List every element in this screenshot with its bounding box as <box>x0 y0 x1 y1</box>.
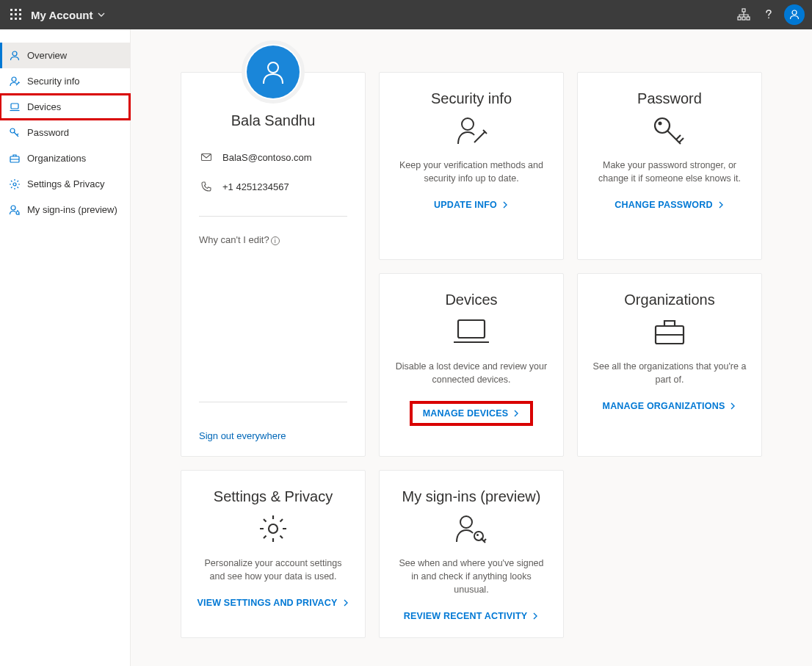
card-title: Password <box>637 90 702 107</box>
help-icon <box>762 8 775 21</box>
card-desc: Make your password stronger, or change i… <box>592 159 747 185</box>
svg-point-14 <box>12 51 17 56</box>
briefcase-icon <box>8 152 21 165</box>
card-title: Devices <box>445 292 497 308</box>
svg-point-13 <box>792 10 797 15</box>
chevron-right-icon <box>729 402 736 410</box>
svg-point-30 <box>460 516 472 528</box>
sidebar-item-label: Settings & Privacy <box>27 178 105 189</box>
svg-point-32 <box>476 534 479 536</box>
why-cant-i-edit-link[interactable]: Why can't I edit?i <box>199 234 347 245</box>
svg-point-21 <box>16 211 19 214</box>
svg-rect-2 <box>19 9 21 11</box>
svg-rect-3 <box>10 13 12 15</box>
sidebar-item-organizations[interactable]: Organizations <box>0 145 130 171</box>
organizations-card: Organizations See all the organizations … <box>577 273 762 457</box>
chevron-right-icon <box>501 201 509 209</box>
help-button[interactable] <box>756 2 781 27</box>
svg-point-24 <box>462 118 474 130</box>
gear-icon <box>8 178 21 191</box>
chevron-right-icon <box>512 410 520 417</box>
profile-email: BalaS@contoso.com <box>222 152 312 163</box>
card-title: Settings & Privacy <box>214 488 333 505</box>
sitemap-icon <box>737 8 750 21</box>
topbar-title-dropdown[interactable]: My Account <box>31 9 106 21</box>
chevron-down-icon <box>97 10 106 19</box>
laptop-icon <box>8 101 21 114</box>
svg-rect-1 <box>15 9 17 11</box>
signins-icon <box>8 203 21 217</box>
sidebar-item-label: Security info <box>27 76 80 87</box>
person-icon <box>258 57 288 87</box>
topbar: My Account <box>0 0 812 29</box>
svg-rect-9 <box>742 9 745 12</box>
key-icon <box>8 126 21 140</box>
svg-rect-0 <box>10 9 12 11</box>
sitemap-button[interactable] <box>731 2 756 27</box>
profile-phone-row: +1 4251234567 <box>199 181 347 192</box>
svg-rect-16 <box>11 104 18 109</box>
devices-card: Devices Disable a lost device and review… <box>379 273 564 457</box>
sidebar-item-security-info[interactable]: Security info <box>0 68 130 94</box>
chevron-right-icon <box>717 201 725 209</box>
signins-icon <box>453 513 490 545</box>
phone-icon <box>199 181 214 192</box>
svg-point-26 <box>659 122 662 126</box>
svg-point-29 <box>269 524 278 533</box>
waffle-icon <box>10 9 22 21</box>
account-avatar[interactable] <box>784 4 805 25</box>
card-desc: Keep your verification methods and secur… <box>394 159 548 185</box>
sidebar-item-label: Password <box>27 127 69 138</box>
topbar-title-label: My Account <box>31 9 93 21</box>
review-recent-activity-link[interactable]: REVIEW RECENT ACTIVITY <box>404 611 540 621</box>
key-icon <box>651 115 688 147</box>
sidebar-item-settings-privacy[interactable]: Settings & Privacy <box>0 171 130 197</box>
chevron-right-icon <box>532 612 539 620</box>
sidebar-item-label: My sign-ins (preview) <box>27 204 117 215</box>
change-password-link[interactable]: CHANGE PASSWORD <box>615 200 724 210</box>
view-settings-privacy-link[interactable]: VIEW SETTINGS AND PRIVACY <box>197 598 349 608</box>
card-title: Security info <box>431 90 512 107</box>
sidebar-item-overview[interactable]: Overview <box>0 43 130 68</box>
card-title: Organizations <box>624 292 714 308</box>
sidebar-item-label: Overview <box>27 50 67 61</box>
sidebar-item-my-signins[interactable]: My sign-ins (preview) <box>0 197 130 222</box>
card-desc: Disable a lost device and review your co… <box>394 360 548 386</box>
svg-point-22 <box>268 62 278 73</box>
card-desc: Personalize your account settings and se… <box>196 557 350 583</box>
sidebar-item-label: Organizations <box>27 153 86 164</box>
sidebar-item-password[interactable]: Password <box>0 120 130 145</box>
profile-avatar <box>242 40 305 104</box>
card-desc: See all the organizations that you're a … <box>592 360 747 386</box>
manage-devices-link[interactable]: MANAGE DEVICES <box>410 401 534 426</box>
profile-card: Bala Sandhu BalaS@contoso.com +1 4251234… <box>181 72 366 457</box>
laptop-icon <box>451 316 492 348</box>
svg-rect-6 <box>10 18 12 20</box>
update-info-link[interactable]: UPDATE INFO <box>434 200 509 210</box>
info-icon: i <box>271 236 280 245</box>
svg-rect-4 <box>15 13 17 15</box>
svg-rect-27 <box>458 320 485 338</box>
briefcase-icon <box>651 316 688 348</box>
profile-name: Bala Sandhu <box>199 112 347 129</box>
my-signins-card: My sign-ins (preview) See when and where… <box>379 470 564 638</box>
profile-phone: +1 4251234567 <box>222 181 289 192</box>
svg-point-19 <box>13 183 16 186</box>
sign-out-everywhere-link[interactable]: Sign out everywhere <box>199 430 347 441</box>
manage-organizations-link[interactable]: MANAGE ORGANIZATIONS <box>603 401 737 411</box>
person-icon <box>8 49 21 62</box>
security-info-card: Security info Keep your verification met… <box>379 72 564 260</box>
security-icon <box>454 115 488 147</box>
sidebar: Overview Security info Devices Password <box>0 29 131 666</box>
app-launcher-button[interactable] <box>7 6 25 23</box>
card-title: My sign-ins (preview) <box>402 488 541 505</box>
chevron-right-icon <box>342 599 349 607</box>
sidebar-item-label: Devices <box>27 101 61 112</box>
profile-email-row: BalaS@contoso.com <box>199 151 347 163</box>
card-desc: See when and where you've signed in and … <box>394 557 548 596</box>
svg-point-15 <box>12 77 16 82</box>
svg-rect-7 <box>15 18 17 20</box>
svg-rect-5 <box>19 13 21 15</box>
svg-rect-12 <box>747 17 750 20</box>
sidebar-item-devices[interactable]: Devices <box>0 94 130 120</box>
